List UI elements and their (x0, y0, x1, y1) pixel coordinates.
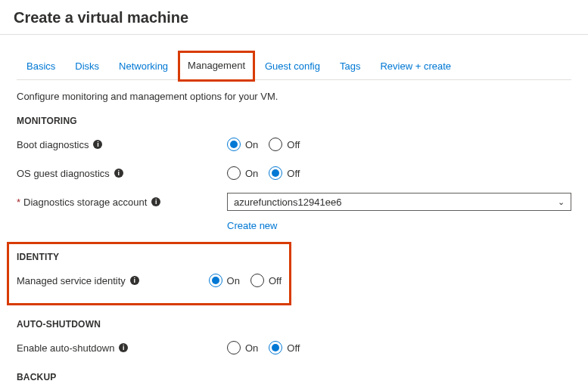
label-os-guest-diagnostics: OS guest diagnostics (17, 168, 110, 179)
page-title: Create a virtual machine (14, 9, 574, 26)
auto-shutdown-off[interactable]: Off (269, 341, 300, 354)
radio-icon (250, 274, 264, 287)
msi-on[interactable]: On (209, 274, 240, 287)
msi-off[interactable]: Off (250, 274, 282, 287)
row-managed-service-identity: Managed service identity i On Off (17, 270, 282, 291)
info-icon[interactable]: i (119, 343, 128, 352)
label-enable-auto-shutdown: Enable auto-shutdown (17, 342, 114, 354)
boot-diagnostics-on[interactable]: On (227, 138, 258, 151)
tab-description: Configure monitoring and management opti… (17, 91, 571, 102)
radio-icon (269, 341, 282, 354)
boot-diagnostics-off[interactable]: Off (269, 138, 300, 151)
radio-icon (227, 341, 241, 354)
row-storage-account: * Diagnostics storage account i azurefun… (17, 191, 571, 212)
os-guest-diagnostics-radio-group: On Off (227, 166, 300, 180)
info-icon[interactable]: i (130, 276, 139, 285)
content-area: Basics Disks Networking Management Guest… (0, 53, 588, 387)
section-backup-title: BACKUP (17, 372, 571, 382)
section-identity-title: IDENTITY (17, 252, 282, 262)
radio-icon (227, 166, 241, 180)
os-guest-diagnostics-on[interactable]: On (227, 166, 258, 180)
auto-shutdown-radio-group: On Off (227, 341, 300, 354)
radio-icon (227, 138, 241, 151)
chevron-down-icon: ⌄ (558, 197, 565, 207)
create-new-storage-link[interactable]: Create new (227, 220, 571, 231)
tab-review-create[interactable]: Review + create (370, 53, 461, 79)
info-icon[interactable]: i (114, 169, 123, 178)
tab-management[interactable]: Management (178, 51, 255, 82)
tab-networking[interactable]: Networking (109, 53, 178, 79)
radio-icon (269, 138, 282, 151)
tab-basics[interactable]: Basics (17, 53, 65, 79)
section-monitoring-title: MONITORING (17, 116, 571, 126)
label-boot-diagnostics: Boot diagnostics (17, 139, 89, 150)
tab-tags[interactable]: Tags (330, 53, 370, 79)
radio-icon (209, 274, 222, 287)
tab-guest-config[interactable]: Guest config (255, 53, 330, 79)
label-diagnostics-storage-account: Diagnostics storage account (23, 197, 147, 208)
storage-account-value: azurefunctions12941ee6 (234, 197, 341, 208)
msi-radio-group: On Off (209, 274, 282, 287)
row-enable-auto-shutdown: Enable auto-shutdown i On Off (17, 337, 571, 358)
identity-highlight-box: IDENTITY Managed service identity i On O… (7, 242, 291, 305)
row-os-guest-diagnostics: OS guest diagnostics i On Off (17, 163, 571, 184)
row-boot-diagnostics: Boot diagnostics i On Off (17, 134, 571, 155)
auto-shutdown-on[interactable]: On (227, 341, 258, 354)
section-auto-shutdown-title: AUTO-SHUTDOWN (17, 319, 571, 330)
tab-bar: Basics Disks Networking Management Guest… (17, 53, 571, 80)
page-header: Create a virtual machine (0, 0, 588, 35)
tab-disks[interactable]: Disks (65, 53, 109, 79)
required-indicator: * (17, 197, 20, 208)
os-guest-diagnostics-off[interactable]: Off (269, 166, 300, 180)
radio-icon (269, 166, 282, 180)
storage-account-dropdown[interactable]: azurefunctions12941ee6 ⌄ (227, 193, 571, 211)
label-managed-service-identity: Managed service identity (17, 275, 126, 286)
boot-diagnostics-radio-group: On Off (227, 138, 300, 151)
info-icon[interactable]: i (151, 197, 160, 206)
info-icon[interactable]: i (93, 140, 102, 149)
